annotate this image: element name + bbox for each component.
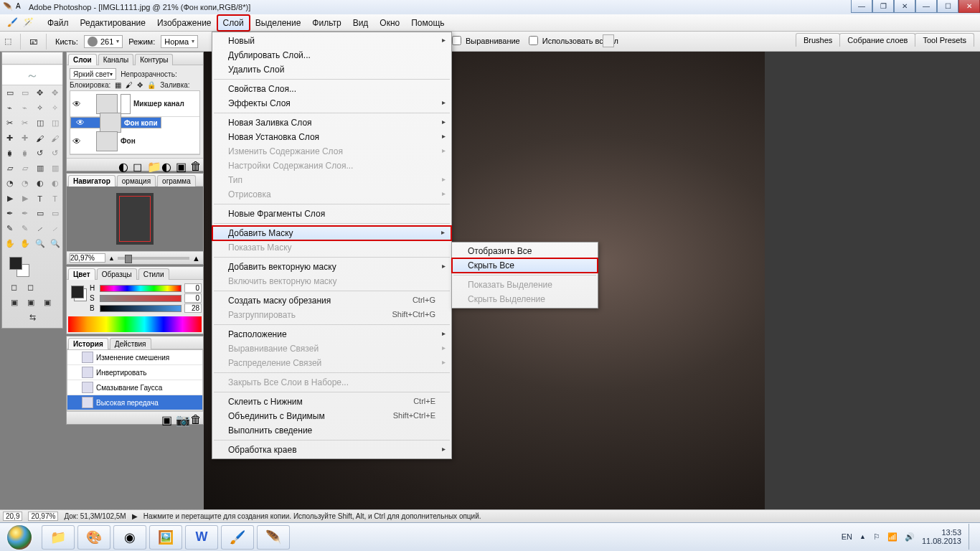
layer-fx-icon[interactable]: ◐ (118, 160, 128, 170)
tab-info[interactable]: ормация (117, 175, 156, 187)
tab-layers[interactable]: Слои (68, 54, 97, 65)
history-item[interactable]: Изменение смешения (67, 350, 202, 365)
sat-slider[interactable] (100, 295, 182, 302)
history-item[interactable]: Высокая передача (67, 395, 202, 410)
zoom-readout-2[interactable]: 20,97% (28, 512, 58, 521)
quickmask-icon[interactable]: ◻ (23, 280, 38, 295)
hue-slider[interactable] (100, 285, 182, 292)
dodge-tool[interactable]: ◐ (32, 176, 47, 191)
lasso-tool[interactable]: ⌁ (2, 100, 17, 116)
lock-trans-icon[interactable]: ▦ (115, 81, 121, 89)
fg-bg-swatch[interactable] (9, 257, 29, 277)
submenu-item[interactable]: Отобразить Все (452, 244, 598, 258)
menu-item[interactable]: Добавить Маску (212, 226, 451, 240)
menu-item[interactable]: Новая Установка Слоя (212, 130, 451, 144)
show-desktop-button[interactable] (969, 524, 974, 550)
notes-tool[interactable]: ✎ (2, 221, 17, 236)
path-select-tool[interactable]: ▶ (2, 191, 17, 206)
layer-new-icon[interactable]: ▣ (176, 160, 186, 170)
doc-close-button[interactable]: ✕ (894, 0, 915, 13)
menu-item[interactable]: Эффекты Слоя (212, 96, 451, 110)
clock[interactable]: 13:53 11.08.2013 (922, 528, 961, 545)
submenu-item[interactable]: Скрыть Все (452, 258, 598, 273)
menu-item[interactable]: Свойства Слоя... (212, 82, 451, 96)
layer-set-icon[interactable]: 📁 (147, 160, 157, 170)
standard-mode-icon[interactable]: ◻ (6, 280, 22, 295)
brush-picker[interactable]: 261 ▾ (84, 35, 123, 48)
tray-flag-icon[interactable]: ⚐ (873, 532, 880, 542)
tb-photos-icon[interactable]: 🖼️ (149, 525, 182, 550)
gradient-tool[interactable]: ▥ (32, 161, 47, 176)
tab-navigator[interactable]: Навигатор (68, 175, 116, 187)
tray-network-icon[interactable]: 📶 (887, 532, 897, 542)
layer-thumb[interactable] (100, 113, 121, 133)
crop-tool[interactable]: ✂ (2, 116, 17, 131)
zoom-out-icon[interactable]: ▲ (108, 255, 115, 262)
tab-history[interactable]: История (68, 338, 108, 349)
zoom-readout-1[interactable]: 20,9 (3, 512, 22, 521)
pen-tool[interactable]: ✒ (2, 206, 17, 221)
tray-sound-icon[interactable]: 🔊 (905, 532, 915, 542)
blend-mode-select[interactable]: Яркий свет ▾ (70, 68, 116, 80)
palette-well-icon[interactable] (603, 34, 614, 47)
zoom-in-icon[interactable]: ▲ (192, 254, 200, 263)
menu-item[interactable]: Выполнить сведение (212, 423, 451, 438)
navigator-preview[interactable] (67, 187, 203, 251)
lang-indicator[interactable]: EN (842, 532, 852, 541)
history-brush-tool[interactable]: ↺ (32, 146, 47, 161)
menu-изображение[interactable]: Изображение (151, 15, 217, 31)
tab-layer-comps[interactable]: Собрание слоев (839, 33, 915, 47)
layer-row[interactable]: 👁Фон (70, 128, 199, 154)
menu-item[interactable]: Объединить с ВидимымShift+Ctrl+E (212, 409, 451, 423)
layer-adj-icon[interactable]: ◐ (161, 160, 171, 170)
menu-редактирование[interactable]: Редактирование (75, 15, 151, 31)
tab-actions[interactable]: Действия (110, 338, 151, 349)
doc-min-button[interactable]: — (851, 0, 872, 13)
app-min-button[interactable]: — (915, 0, 937, 13)
tb-chrome-icon[interactable]: ◉ (113, 525, 146, 550)
zoom-slider[interactable] (118, 257, 189, 260)
screenmode-1-icon[interactable]: ▣ (6, 295, 22, 310)
tab-swatches[interactable]: Образцы (97, 268, 137, 280)
tb-word-icon[interactable]: W (185, 525, 218, 550)
menu-item[interactable]: Склеить с НижнимCtrl+E (212, 395, 451, 409)
menu-вид[interactable]: Вид (347, 15, 374, 31)
menu-item[interactable]: Дублировать Слой... (212, 48, 451, 62)
eyedropper-tool[interactable]: ⟋ (32, 221, 47, 236)
layer-trash-icon[interactable]: 🗑 (190, 160, 200, 170)
bri-slider[interactable] (100, 305, 182, 312)
imageready-jump-icon[interactable]: ⇆ (6, 310, 58, 325)
useall-checkbox[interactable] (529, 36, 538, 45)
menu-item[interactable]: Добавить векторную маску (212, 260, 451, 274)
stamp-tool[interactable]: ⧯ (2, 146, 17, 161)
brush-tool[interactable]: 🖌 (32, 131, 47, 146)
align-checkbox[interactable] (452, 36, 461, 45)
blend-mode-select[interactable]: Норма▾ (161, 35, 198, 48)
tb-explorer-icon[interactable]: 📁 (42, 525, 75, 550)
menu-item[interactable]: Новые Фрагменты Слоя (212, 207, 451, 221)
menu-помощь[interactable]: Помощь (405, 15, 450, 31)
eye-icon[interactable]: 👁 (70, 136, 83, 146)
tab-brushes[interactable]: Brushes (796, 33, 840, 47)
menu-слой[interactable]: Слой (217, 15, 250, 31)
zoom-input[interactable] (70, 253, 105, 263)
hist-new-doc-icon[interactable]: ▣ (161, 413, 171, 423)
layer-thumb[interactable] (96, 131, 118, 151)
hist-snapshot-icon[interactable]: 📷 (176, 413, 186, 423)
menu-item[interactable]: Обработка краев (212, 443, 451, 457)
tray-chevron-icon[interactable]: ▲ (859, 533, 866, 540)
imageready-icon[interactable]: 🪄 (23, 17, 34, 29)
history-item[interactable]: Смазывание Гаусса (67, 380, 202, 395)
hand-tool[interactable]: ✋ (2, 236, 17, 251)
tab-styles[interactable]: Стили (138, 268, 169, 280)
eraser-tool[interactable]: ▱ (2, 161, 17, 176)
layer-thumb[interactable] (96, 94, 118, 114)
tb-feather-icon[interactable]: 🪶 (257, 525, 290, 550)
tb-palette-icon[interactable]: 🖌️ (221, 525, 254, 550)
app-close-button[interactable]: ✕ (958, 0, 980, 13)
doc-restore-button[interactable]: ❐ (872, 0, 894, 13)
hist-trash-icon[interactable]: 🗑 (190, 413, 200, 423)
marquee-tool[interactable]: ▭ (2, 85, 17, 100)
eye-icon[interactable]: 👁 (70, 99, 83, 109)
menu-item[interactable]: Удалить Слой (212, 62, 451, 77)
